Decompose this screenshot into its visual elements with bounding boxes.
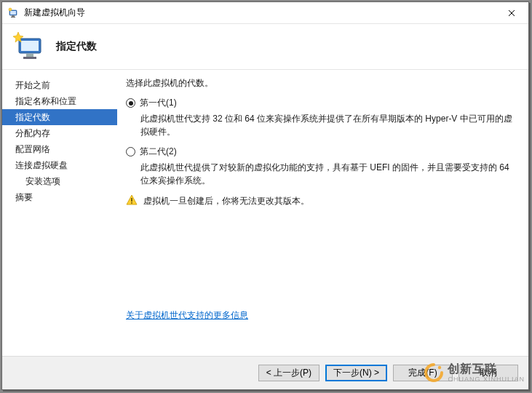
step-sidebar: 开始之前 指定名称和位置 指定代数 分配内存 配置网络 连接虚拟硬盘 安装选项 …: [2, 70, 117, 356]
gen1-label: 第一代(1): [140, 97, 177, 109]
wizard-window: 新建虚拟机向导 指定代数 开始之前 指定名称和位置: [1, 1, 529, 390]
generation-option-2: 第二代(2) 此虚拟机世代提供了对较新的虚拟化功能的支持，具有基于 UEFI 的…: [126, 146, 520, 187]
wizard-icon: [12, 29, 47, 64]
svg-point-4: [9, 8, 12, 11]
step-summary[interactable]: 摘要: [2, 189, 117, 205]
wizard-body: 开始之前 指定名称和位置 指定代数 分配内存 配置网络 连接虚拟硬盘 安装选项 …: [2, 69, 528, 356]
warning-text: 虚拟机一旦创建后，你将无法更改其版本。: [143, 194, 309, 207]
radio-icon: [126, 98, 135, 108]
more-info-link[interactable]: 关于虚拟机世代支持的更多信息: [126, 309, 248, 322]
svg-rect-1: [10, 11, 16, 15]
gen1-radio-row[interactable]: 第一代(1): [126, 97, 520, 109]
svg-rect-7: [26, 54, 33, 57]
warning-row: 虚拟机一旦创建后，你将无法更改其版本。: [126, 194, 520, 207]
step-vhd[interactable]: 连接虚拟硬盘: [2, 157, 117, 173]
svg-rect-2: [12, 15, 15, 17]
svg-rect-8: [23, 57, 36, 59]
step-network[interactable]: 配置网络: [2, 141, 117, 157]
warning-icon: [126, 194, 138, 206]
step-before-begin[interactable]: 开始之前: [2, 77, 117, 93]
button-bar: < 上一步(P) 下一步(N) > 完成(F) 取消: [2, 356, 528, 389]
next-button[interactable]: 下一步(N) >: [325, 365, 387, 381]
prompt-text: 选择此虚拟机的代数。: [126, 77, 520, 90]
titlebar: 新建虚拟机向导: [2, 2, 528, 24]
page-title: 指定代数: [56, 40, 97, 53]
step-install-options[interactable]: 安装选项: [2, 173, 117, 189]
step-memory[interactable]: 分配内存: [2, 125, 117, 141]
svg-rect-6: [21, 41, 39, 51]
step-generation[interactable]: 指定代数: [2, 109, 117, 125]
content-pane: 选择此虚拟机的代数。 第一代(1) 此虚拟机世代支持 32 位和 64 位来宾操…: [117, 70, 528, 356]
prev-button[interactable]: < 上一步(P): [258, 365, 319, 381]
gen2-description: 此虚拟机世代提供了对较新的虚拟化功能的支持，具有基于 UEFI 的固件，并且需要…: [140, 161, 520, 187]
cancel-button[interactable]: 取消: [458, 365, 518, 381]
step-name-location[interactable]: 指定名称和位置: [2, 93, 117, 109]
app-icon: [8, 7, 20, 19]
finish-button[interactable]: 完成(F): [393, 365, 453, 381]
window-title: 新建虚拟机向导: [24, 7, 495, 19]
svg-rect-3: [11, 17, 15, 17]
close-icon: [508, 9, 515, 17]
gen2-radio-row[interactable]: 第二代(2): [126, 146, 520, 158]
radio-icon: [126, 147, 135, 156]
header-banner: 指定代数: [2, 24, 528, 69]
gen2-label: 第二代(2): [140, 146, 177, 158]
gen1-description: 此虚拟机世代支持 32 位和 64 位来宾操作系统并提供了在所有早期版本的 Hy…: [140, 112, 520, 138]
close-button[interactable]: [495, 2, 528, 24]
generation-option-1: 第一代(1) 此虚拟机世代支持 32 位和 64 位来宾操作系统并提供了在所有早…: [126, 97, 520, 138]
svg-rect-12: [131, 202, 132, 204]
svg-rect-11: [131, 198, 132, 202]
